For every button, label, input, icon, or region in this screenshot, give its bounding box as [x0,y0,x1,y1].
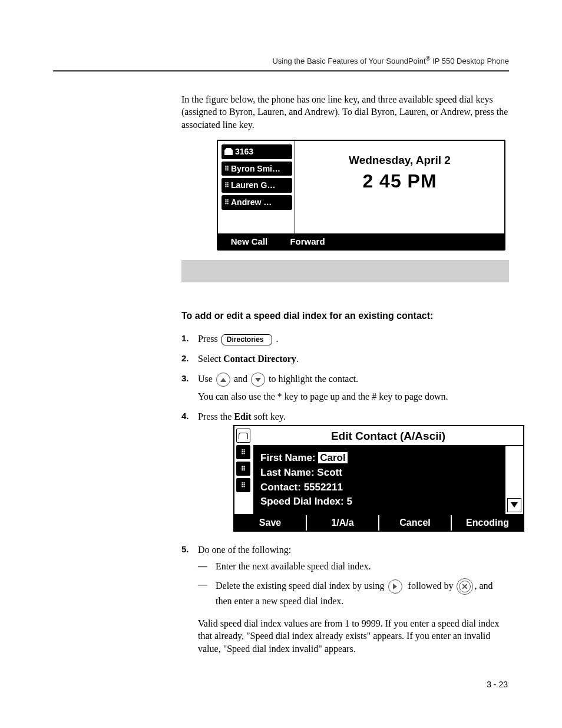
nav-up-icon [216,373,230,387]
step-3: Use and to highlight the contact. You ca… [181,373,509,410]
speed-dial-key-1: ⠿ Byron Smi… [222,162,292,176]
scroll-down-icon [507,498,521,512]
nav-down-icon [251,373,265,387]
speed-dial-icon: ⠿ [224,198,229,207]
scroll-column [504,446,523,514]
edit-contact-figure: ⠿ ⠿ ⠿ Edit Contact (A/Ascii) First Name:… [233,425,524,532]
handset-icon [236,429,250,443]
step-4: Press the Edit soft key. ⠿ ⠿ ⠿ Edit Cont… [181,410,509,543]
step-text: to highlight the contact. [269,374,358,384]
step-text: followed by [408,581,454,591]
keypad-icon: ⠿ [236,445,250,459]
edit-contact-title: Edit Contact (A/Ascii) [253,426,523,446]
speed-dial-key-3: ⠿ Andrew … [222,195,292,210]
speed-dial-icon: ⠿ [224,164,229,173]
step-5: Do one of the following: Enter the next … [181,543,509,663]
running-header: Using the Basic Features of Your SoundPo… [53,54,509,67]
intro-paragraph: In the figure below, the phone has one l… [181,93,509,131]
phone-home-screen-figure: 3163 ⠿ Byron Smi… ⠿ Lauren G… ⠿ Andrew … [217,140,505,251]
speed-dial-label: Andrew … [231,197,272,208]
step-text: Delete the existing speed dial index by … [216,581,385,591]
softkey-row: New Call Forward [218,233,504,249]
softkey-input-mode: 1/A/a [307,515,379,531]
keypad-icon: ⠿ [236,478,250,492]
first-name-row: First Name: Carol [260,451,498,466]
softkey-save: Save [234,515,307,531]
step-note: Valid speed dial index values are from 1… [198,617,509,655]
step-text: . [276,334,278,344]
screen-date: Wednesday, April 2 [349,153,451,168]
bold-term: Edit [234,411,251,421]
last-name-row: Last Name: Scott [260,466,498,480]
step-1: Press Directories . [181,332,509,353]
softkey-encoding: Encoding [452,515,523,531]
field-value-selected: Carol [318,452,347,463]
header-rule [53,70,509,72]
left-icon-column: ⠿ ⠿ ⠿ [234,426,253,514]
step-note: You can also use the * key to page up an… [198,390,509,403]
edit-softkey-row: Save 1/A/a Cancel Encoding [234,514,523,531]
nav-right-icon [388,579,402,594]
softkey-empty [335,235,504,249]
step-text: Press the [198,411,234,421]
speed-dial-index-row: Speed Dial Index: 5 [260,495,498,509]
step-text: Use [198,374,213,384]
step-text: . [296,354,299,364]
speed-dial-label: Byron Smi… [231,163,280,174]
speed-dial-label: Lauren G… [231,180,275,191]
delete-x-icon: ✕ [457,578,473,595]
step-text: Select [198,354,223,364]
line-key-extension: 3163 [222,144,292,159]
softkey-new-call: New Call [218,235,282,249]
contact-row: Contact: 5552211 [260,480,498,495]
step-2: Select Contact Directory. [181,353,509,373]
edit-contact-body: First Name: Carol Last Name: Scott Conta… [253,446,504,514]
keypad-icon: ⠿ [236,462,250,476]
step-text: Press [198,334,218,344]
field-label: First Name: [260,452,316,463]
softkey-forward: Forward [282,235,335,249]
phone-icon [224,148,233,155]
directories-button: Directories [222,334,273,345]
step-5-option-a: Enter the next available speed dial inde… [198,560,509,579]
page-number: 3 - 23 [181,679,509,690]
step-text: Do one of the following: [198,545,291,555]
placeholder-bar [181,260,509,282]
extension-number: 3163 [235,146,253,157]
procedure-title: To add or edit a speed dial index for an… [181,309,509,322]
step-text: soft key. [252,411,286,421]
screen-time: 2 45 PM [362,169,437,194]
speed-dial-icon: ⠿ [224,181,229,190]
step-text: and [234,374,247,384]
step-5-option-b: Delete the existing speed dial index by … [198,578,509,614]
softkey-cancel: Cancel [379,515,452,531]
speed-dial-key-2: ⠿ Lauren G… [222,178,292,193]
bold-term: Contact Directory [223,354,296,364]
line-key-column: 3163 ⠿ Byron Smi… ⠿ Lauren G… ⠿ Andrew … [218,141,295,249]
